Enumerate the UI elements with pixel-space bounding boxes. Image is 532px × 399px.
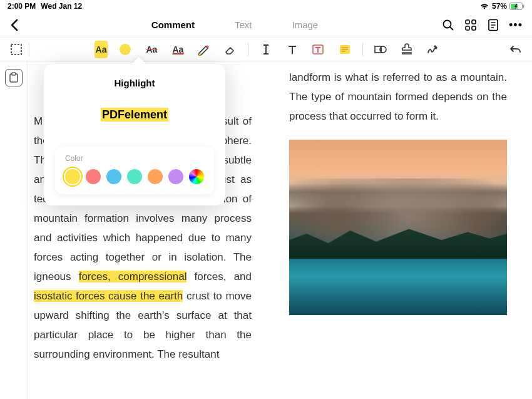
search-icon[interactable] [442, 19, 454, 31]
popup-sample-text: PDFelement [101, 108, 168, 122]
svg-rect-4 [466, 20, 469, 24]
color-label: Color [65, 154, 204, 163]
signature-tool-icon[interactable] [424, 41, 442, 58]
svg-rect-6 [466, 26, 469, 30]
color-picker-card: Color [55, 147, 214, 194]
color-swatch-orange[interactable] [148, 169, 163, 184]
back-button[interactable] [10, 19, 28, 31]
status-time: 2:00 PM [8, 2, 36, 11]
textbox-tool-icon[interactable] [310, 41, 327, 58]
annotation-toolbar: Aa Aa Aa [0, 38, 532, 61]
clipboard-icon[interactable] [5, 69, 23, 86]
nav-bar: Comment Text Image ••• [0, 13, 532, 38]
page-icon[interactable] [487, 19, 499, 31]
grid-icon[interactable] [464, 19, 477, 31]
highlight-tool[interactable]: Aa [95, 41, 108, 58]
status-bar: 2:00 PM Wed Jan 12 57% [0, 0, 532, 13]
sticky-note-tool-icon[interactable] [336, 41, 354, 58]
doc-text: forces, and [187, 271, 252, 282]
selection-tool-icon[interactable] [8, 41, 25, 58]
color-swatch-teal[interactable] [127, 169, 142, 184]
status-date: Wed Jan 12 [41, 2, 82, 11]
svg-rect-2 [523, 5, 524, 8]
stamp-tool-icon[interactable] [398, 41, 416, 58]
tab-image[interactable]: Image [292, 19, 318, 30]
marker-tool-icon[interactable] [195, 41, 213, 58]
color-swatch-yellow[interactable] [65, 169, 80, 184]
wifi-icon [479, 3, 489, 10]
color-swatch-purple[interactable] [168, 169, 183, 184]
underline-tool[interactable]: Aa [169, 41, 187, 58]
doc-highlight: forces, compressional [79, 271, 187, 282]
svg-rect-21 [12, 73, 16, 75]
tab-text[interactable]: Text [235, 19, 252, 30]
divider [362, 43, 363, 56]
text-tool-icon[interactable] [284, 41, 301, 58]
highlight-color-picker[interactable] [116, 41, 134, 58]
doc-text: landform is what is referred to as a mou… [289, 71, 507, 122]
divider [29, 43, 29, 56]
mountain-image [289, 140, 507, 315]
color-swatch-blue[interactable] [106, 169, 121, 184]
popup-title: Highlight [55, 78, 214, 88]
svg-rect-5 [472, 20, 476, 24]
tab-comment[interactable]: Comment [151, 19, 195, 30]
doc-column-right[interactable]: landform is what is referred to as a mou… [289, 68, 507, 393]
battery-icon [509, 3, 524, 10]
color-swatch-red[interactable] [86, 169, 101, 184]
strikethrough-tool[interactable]: Aa [143, 41, 160, 58]
svg-point-3 [444, 20, 451, 28]
eraser-tool-icon[interactable] [222, 41, 239, 58]
shape-tool-icon[interactable] [372, 41, 389, 58]
text-cursor-tool-icon[interactable] [257, 41, 275, 58]
undo-icon[interactable] [507, 41, 524, 58]
color-swatch-custom[interactable] [189, 169, 204, 184]
color-dot-icon [120, 44, 131, 55]
more-icon[interactable]: ••• [509, 19, 522, 31]
svg-rect-12 [11, 44, 21, 54]
svg-rect-7 [472, 26, 476, 30]
divider [248, 43, 248, 56]
highlight-popup: Highlight PDFelement Color [44, 64, 225, 205]
popup-sample: PDFelement [55, 108, 214, 122]
battery-pct: 57% [492, 2, 507, 11]
doc-highlight: isostatic forces cause the earth [34, 290, 183, 302]
